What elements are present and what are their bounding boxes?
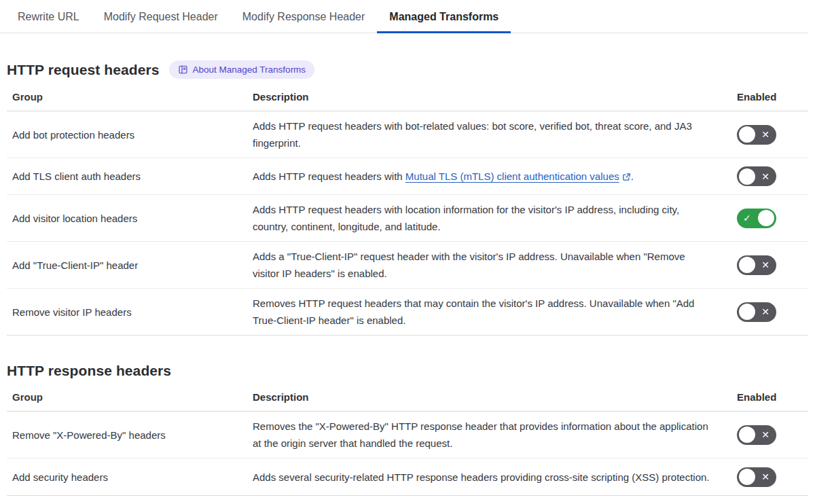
row-description: Adds HTTP request headers with bot-relat… — [253, 118, 736, 151]
toggle-add-visitor-location-headers[interactable]: ✓ — [737, 209, 776, 228]
toggle-add-security-headers[interactable]: ✕ — [737, 467, 776, 487]
toggle-knob — [739, 427, 755, 443]
row-description: Adds a "True-Client-IP" request header w… — [253, 248, 736, 282]
http-request-headers-section: HTTP request headers About Managed Trans… — [0, 60, 815, 336]
toggle-remove-visitor-ip-headers[interactable]: ✕ — [737, 302, 776, 322]
row-description: Adds several security-related HTTP respo… — [253, 469, 736, 486]
toggle-state-icon: ✕ — [761, 130, 769, 139]
toggle-knob — [739, 126, 755, 143]
column-header-group: Group — [7, 391, 253, 403]
row-group-label: Remove "X-Powered-By" headers — [7, 429, 253, 441]
table-row: Add security headers Adds several securi… — [7, 458, 808, 495]
row-group-label: Add TLS client auth headers — [7, 170, 253, 182]
tab-modify-request-header[interactable]: Modify Request Header — [92, 0, 230, 33]
toggle-add-true-client-ip-header[interactable]: ✕ — [737, 255, 776, 275]
http-response-headers-section: HTTP response headers Group Description … — [0, 363, 815, 496]
row-description: Removes HTTP request headers that may co… — [253, 295, 736, 329]
table-row: Add visitor location headers Adds HTTP r… — [7, 195, 808, 242]
toggle-state-icon: ✕ — [761, 307, 769, 317]
toggle-state-icon: ✕ — [761, 260, 769, 270]
tab-modify-response-header[interactable]: Modify Response Header — [230, 0, 378, 33]
row-description: Adds HTTP request headers with Mutual TL… — [253, 168, 736, 185]
book-icon — [178, 65, 188, 75]
response-headers-table: Group Description Enabled Remove "X-Powe… — [7, 387, 808, 496]
column-header-group: Group — [7, 91, 253, 103]
toggle-add-tls-client-auth-headers[interactable]: ✕ — [737, 166, 776, 186]
tab-managed-transforms[interactable]: Managed Transforms — [377, 0, 511, 33]
row-group-label: Add "True-Client-IP" header — [7, 259, 253, 271]
column-header-description: Description — [253, 91, 737, 103]
table-header-row: Group Description Enabled — [7, 387, 808, 412]
section-title-request-headers: HTTP request headers — [7, 62, 160, 78]
toggle-state-icon: ✓ — [743, 213, 751, 223]
row-description: Adds HTTP request headers with location … — [253, 201, 736, 235]
table-row: Remove "X-Powered-By" headers Removes th… — [7, 412, 808, 458]
column-header-description: Description — [253, 391, 737, 403]
request-headers-table: Group Description Enabled Add bot protec… — [7, 87, 808, 336]
toggle-knob — [739, 469, 755, 485]
toggle-knob — [739, 304, 755, 320]
link-label: Mutual TLS (mTLS) client authentication … — [405, 170, 619, 182]
toggle-add-bot-protection-headers[interactable]: ✕ — [737, 125, 776, 145]
toggle-state-icon: ✕ — [761, 430, 769, 439]
row-group-label: Remove visitor IP headers — [7, 306, 253, 318]
table-row: Add "True-Client-IP" header Adds a "True… — [7, 242, 808, 289]
tab-rewrite-url[interactable]: Rewrite URL — [5, 0, 92, 33]
row-group-label: Add visitor location headers — [7, 213, 253, 224]
badge-label: About Managed Transforms — [193, 65, 306, 75]
row-group-label: Add security headers — [7, 471, 253, 483]
row-group-label: Add bot protection headers — [7, 129, 253, 141]
mtls-docs-link[interactable]: Mutual TLS (mTLS) client authentication … — [405, 170, 631, 182]
toggle-knob — [739, 168, 755, 185]
table-header-row: Group Description Enabled — [7, 87, 808, 111]
column-header-enabled: Enabled — [737, 91, 808, 103]
description-text: . — [631, 170, 634, 182]
table-row: Remove visitor IP headers Removes HTTP r… — [7, 289, 808, 335]
column-header-enabled: Enabled — [737, 391, 808, 403]
toggle-state-icon: ✕ — [761, 472, 769, 482]
transform-rules-tabbar: Rewrite URL Modify Request Header Modify… — [0, 0, 808, 33]
external-link-icon — [622, 173, 631, 181]
description-text: Adds HTTP request headers with — [253, 170, 405, 182]
toggle-knob — [758, 210, 774, 226]
table-row: Add bot protection headers Adds HTTP req… — [7, 111, 808, 158]
toggle-knob — [739, 257, 755, 273]
table-row: Add TLS client auth headers Adds HTTP re… — [7, 158, 808, 195]
about-managed-transforms-badge[interactable]: About Managed Transforms — [169, 60, 315, 79]
section-title-response-headers: HTTP response headers — [7, 363, 171, 379]
toggle-state-icon: ✕ — [761, 171, 769, 181]
toggle-remove-x-powered-by-headers[interactable]: ✕ — [737, 425, 776, 445]
row-description: Removes the "X-Powered-By" HTTP response… — [253, 418, 736, 452]
